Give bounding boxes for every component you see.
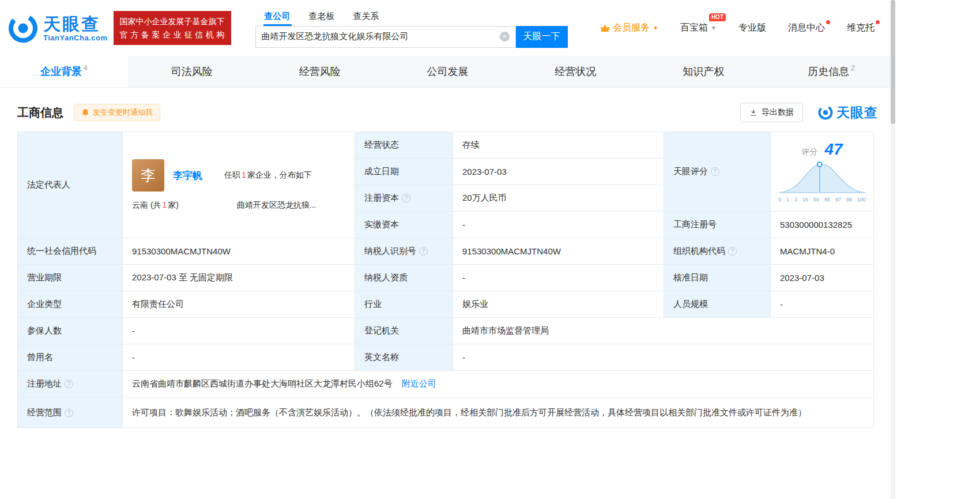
legal-rep-label-cell: 法定代表人 bbox=[18, 132, 123, 238]
help-icon[interactable] bbox=[65, 380, 73, 388]
field-label: 营业期限 bbox=[27, 272, 62, 282]
field-label: 参保人数 bbox=[27, 325, 62, 335]
score-label-cell: 天眼评分 bbox=[664, 132, 771, 212]
reg-no-label-cell: 工商注册号 bbox=[664, 212, 771, 238]
nav-tab-operating-status[interactable]: 经营状况 bbox=[511, 56, 639, 87]
nav-tab-label: 历史信息 bbox=[808, 65, 849, 78]
legal-rep-region: 云南 (共1家) bbox=[132, 200, 237, 211]
search-tab-company[interactable]: 查公司 bbox=[255, 9, 300, 26]
chevron-down-icon bbox=[711, 25, 717, 31]
search-button[interactable]: 天眼一下 bbox=[516, 26, 568, 48]
org-code-value-cell: MACMJTN4-0 bbox=[771, 238, 874, 265]
nav-tab-label: 公司发展 bbox=[427, 65, 469, 78]
staff-size-label-cell: 人员规模 bbox=[664, 291, 771, 318]
field-label: 企业类型 bbox=[27, 299, 62, 309]
table-row: 注册地址 云南省曲靖市麒麟区西城街道办事处大海哨社区大龙潭村民小组62号 附近公… bbox=[18, 371, 874, 397]
help-icon[interactable] bbox=[728, 247, 737, 256]
hot-badge: HOT bbox=[709, 13, 726, 21]
insured-value-cell: - bbox=[123, 318, 355, 344]
approval-date-value-cell: 2023-07-03 bbox=[771, 265, 874, 291]
nearby-companies-link[interactable]: 附近公司 bbox=[402, 378, 436, 388]
help-icon[interactable] bbox=[402, 194, 410, 202]
search-tab-relation[interactable]: 查关系 bbox=[344, 9, 389, 26]
search-input-wrap bbox=[255, 26, 516, 48]
help-icon[interactable] bbox=[65, 408, 73, 417]
menu-message-center[interactable]: 消息中心 bbox=[788, 22, 825, 34]
score-value: 47 bbox=[824, 140, 842, 159]
nav-tab-intellectual-property[interactable]: 知识产权 bbox=[639, 56, 767, 87]
scrollbar-thumb[interactable] bbox=[891, 0, 895, 124]
tianyancha-logo-icon bbox=[8, 13, 38, 43]
legal-rep-company-link[interactable]: 曲靖开发区恐龙抗狼... bbox=[237, 200, 316, 211]
nav-tab-company-development[interactable]: 公司发展 bbox=[384, 56, 512, 87]
field-label: 工商注册号 bbox=[673, 219, 717, 229]
menu-user-label: 维克托 bbox=[847, 22, 875, 34]
menu-toolbox[interactable]: HOT 百宝箱 bbox=[680, 22, 717, 34]
field-label: 注册地址 bbox=[27, 378, 62, 388]
org-code-label-cell: 组织机构代码 bbox=[664, 238, 771, 265]
nav-tab-operating-risk[interactable]: 经营风险 bbox=[256, 56, 384, 87]
reg-no-value-cell: 530300000132825 bbox=[771, 212, 874, 238]
field-label: 天眼评分 bbox=[673, 166, 708, 176]
section-title: 工商信息 bbox=[17, 105, 63, 121]
table-row: 经营范围 许可项目：歌舞娱乐活动；酒吧服务（不含演艺娱乐活动）。（依法须经批准的… bbox=[18, 397, 874, 428]
company-type-value-cell: 有限责任公司 bbox=[123, 291, 355, 318]
field-label: 曾用名 bbox=[27, 352, 53, 362]
registry-value-cell: 曲靖市市场监督管理局 bbox=[453, 318, 874, 344]
score-axis-ticks: 0131550859799100 bbox=[778, 196, 866, 202]
industry-value-cell: 娱乐业 bbox=[453, 291, 664, 318]
download-icon bbox=[749, 108, 757, 117]
help-icon[interactable] bbox=[711, 167, 719, 176]
role-count: 1 bbox=[242, 170, 246, 179]
nav-tab-count: 2 bbox=[851, 64, 855, 72]
nav-tab-count: 4 bbox=[84, 64, 88, 72]
tianyancha-logo[interactable]: 天眼查 TianYanCha.com bbox=[8, 13, 108, 43]
reg-capital-value-cell: 20万人民币 bbox=[453, 185, 664, 212]
english-name-label-cell: 英文名称 bbox=[355, 344, 453, 371]
menu-messages-label: 消息中心 bbox=[788, 22, 825, 34]
certification-line-2: 官方备案企业征信机构 bbox=[120, 28, 225, 41]
taxpayer-id-label-cell: 纳税人识别号 bbox=[355, 238, 453, 265]
field-label: 英文名称 bbox=[364, 352, 399, 362]
watermark-label: 天眼查 bbox=[836, 104, 878, 122]
nav-tab-judicial-risk[interactable]: 司法风险 bbox=[128, 56, 256, 87]
est-date-value-cell: 2023-07-03 bbox=[453, 159, 664, 185]
field-label: 人员规模 bbox=[673, 299, 708, 309]
logo-title: 天眼查 bbox=[43, 14, 108, 33]
search-tab-boss[interactable]: 查老板 bbox=[300, 9, 344, 26]
search-input[interactable] bbox=[262, 32, 500, 42]
table-row: 统一社会信用代码 91530300MACMJTN40W 纳税人识别号 91530… bbox=[18, 238, 874, 265]
nav-tab-company-background[interactable]: 企业背景 4 bbox=[0, 56, 128, 87]
chevron-down-icon bbox=[653, 25, 658, 31]
approval-date-label-cell: 核准日期 bbox=[664, 265, 771, 291]
score-chart-cell: 评分 47 0131550859799100 bbox=[771, 132, 874, 212]
nav-tab-history[interactable]: 历史信息 2 bbox=[767, 56, 895, 87]
scope-label-cell: 经营范围 bbox=[18, 397, 123, 428]
crown-icon bbox=[600, 24, 610, 32]
field-label: 经营状态 bbox=[364, 140, 399, 149]
insured-label-cell: 参保人数 bbox=[18, 318, 123, 344]
header-menu: 会员服务 HOT 百宝箱 专业版 消息中心 维克托 bbox=[600, 22, 887, 34]
menu-pro-version[interactable]: 专业版 bbox=[738, 22, 766, 34]
notification-dot bbox=[826, 20, 830, 24]
field-label: 纳税人识别号 bbox=[364, 246, 416, 256]
menu-toolbox-label: 百宝箱 bbox=[680, 22, 708, 34]
export-data-label: 导出数据 bbox=[762, 107, 794, 118]
field-label: 登记机关 bbox=[364, 325, 399, 335]
bell-icon bbox=[81, 108, 89, 117]
menu-user-account[interactable]: 维克托 bbox=[847, 22, 875, 34]
legal-rep-avatar[interactable]: 李 bbox=[132, 159, 164, 192]
legal-rep-name-link[interactable]: 李宇帆 bbox=[173, 169, 202, 182]
notify-on-change-button[interactable]: 发生变更时通知我 bbox=[74, 104, 160, 121]
table-row: 企业类型 有限责任公司 行业 娱乐业 人员规模 - bbox=[18, 291, 874, 318]
menu-pro-label: 专业版 bbox=[738, 22, 766, 34]
menu-vip-services[interactable]: 会员服务 bbox=[600, 22, 658, 34]
taxpayer-qual-value-cell: - bbox=[453, 265, 664, 291]
export-data-button[interactable]: 导出数据 bbox=[740, 103, 803, 122]
registry-label-cell: 登记机关 bbox=[355, 318, 453, 344]
industry-label-cell: 行业 bbox=[355, 291, 453, 318]
help-icon[interactable] bbox=[419, 247, 428, 256]
scope-value-cell: 许可项目：歌舞娱乐活动；酒吧服务（不含演艺娱乐活动）。（依法须经批准的项目，经相… bbox=[123, 397, 874, 428]
clear-search-icon[interactable] bbox=[500, 32, 510, 42]
nav-tab-label: 企业背景 bbox=[40, 65, 82, 78]
